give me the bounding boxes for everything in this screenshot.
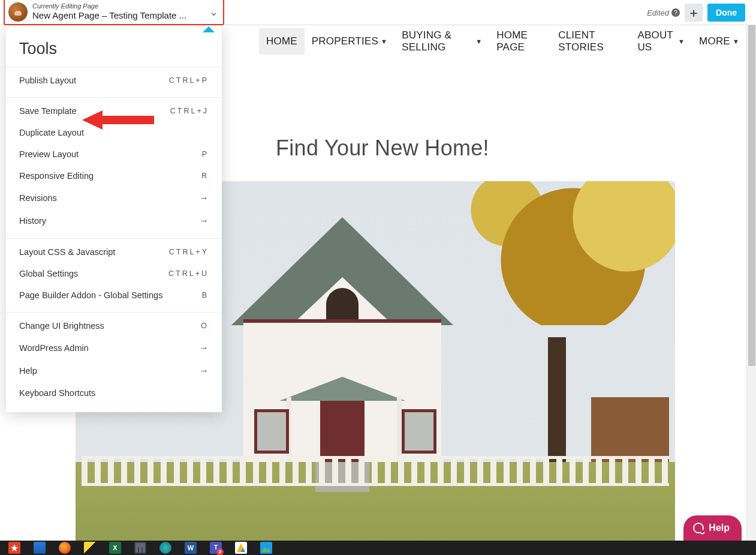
- tool-preview-layout[interactable]: Preview Layout P: [6, 143, 222, 165]
- excel-icon[interactable]: X: [109, 542, 121, 554]
- nav-label: MORE: [699, 35, 730, 47]
- help-label: Help: [709, 523, 730, 533]
- tool-save-template[interactable]: Save Template CTRL+J: [6, 100, 222, 122]
- tool-label: Layout CSS & Javascript: [19, 247, 115, 257]
- help-icon: ?: [671, 8, 680, 17]
- nav-label: ABOUT US: [637, 29, 676, 53]
- tool-label: WordPress Admin: [19, 343, 89, 353]
- nav-about-us[interactable]: ABOUT US▼: [630, 22, 692, 61]
- tool-shortcut: B: [202, 291, 209, 299]
- tool-shortcut: CTRL+U: [168, 269, 209, 278]
- edited-indicator[interactable]: Edited ?: [647, 8, 680, 17]
- tool-shortcut: O: [201, 322, 209, 330]
- arrow-right-icon: →: [199, 193, 209, 203]
- edited-label: Edited: [647, 8, 669, 17]
- tool-label: History: [19, 216, 46, 226]
- nav-label: HOME PAGE: [496, 29, 544, 53]
- plus-icon: ＋: [688, 5, 700, 21]
- done-label: Done: [716, 8, 737, 17]
- firefox-icon[interactable]: [59, 542, 71, 554]
- help-widget[interactable]: Help: [683, 515, 742, 541]
- tool-shortcut: CTRL+P: [169, 76, 209, 85]
- done-button[interactable]: Done: [707, 4, 745, 22]
- tool-label: Change UI Brightness: [19, 321, 104, 331]
- tool-revisions[interactable]: Revisions →: [6, 187, 222, 209]
- arrow-right-icon: →: [199, 343, 209, 353]
- page-switcher[interactable]: Currently Editing Page New Agent Page – …: [4, 0, 224, 25]
- builder-topbar: Currently Editing Page New Agent Page – …: [0, 0, 756, 25]
- tool-keyboard-shortcuts[interactable]: Keyboard Shortcuts: [6, 382, 222, 404]
- taskbar-app-icon[interactable]: [8, 542, 20, 554]
- chevron-down-icon: ▼: [678, 38, 685, 45]
- arrow-right-icon: →: [199, 365, 209, 376]
- notification-badge: 2: [216, 548, 224, 555]
- tool-help[interactable]: Help →: [6, 359, 222, 382]
- tool-history[interactable]: History →: [6, 209, 222, 232]
- tool-shortcut: CTRL+J: [170, 107, 209, 115]
- main-nav: HOME PROPERTIES▼ BUYING & SELLING▼ HOME …: [259, 26, 746, 56]
- tool-duplicate-layout[interactable]: Duplicate Layout: [6, 122, 222, 143]
- tools-panel: Tools Publish Layout CTRL+P Save Templat…: [6, 26, 222, 412]
- tool-responsive-editing[interactable]: Responsive Editing R: [6, 165, 222, 187]
- editing-label: Currently Editing Page: [32, 2, 209, 10]
- tool-label: Preview Layout: [19, 149, 79, 159]
- tool-publish-layout[interactable]: Publish Layout CTRL+P: [6, 70, 222, 91]
- nav-home[interactable]: HOME: [259, 28, 305, 55]
- chevron-down-icon: ▼: [733, 38, 739, 45]
- beaver-builder-icon: [8, 2, 28, 22]
- photos-icon[interactable]: [260, 542, 272, 554]
- scrollbar-thumb[interactable]: [748, 0, 755, 366]
- sticky-notes-icon[interactable]: [84, 542, 96, 554]
- chevron-down-icon: ▼: [475, 38, 482, 45]
- nav-label: CLIENT STORIES: [558, 29, 623, 53]
- tool-change-brightness[interactable]: Change UI Brightness O: [6, 315, 222, 337]
- nav-label: HOME: [266, 35, 297, 47]
- chevron-down-icon: ▼: [381, 38, 387, 45]
- nav-client-stories[interactable]: CLIENT STORIES: [551, 22, 630, 61]
- vertical-scrollbar[interactable]: [746, 0, 756, 555]
- page-title: New Agent Page – Testing Template ...: [32, 10, 206, 21]
- hero-title: Find Your New Home!: [276, 136, 489, 161]
- tools-group: Publish Layout CTRL+P: [6, 67, 222, 91]
- tool-label: Keyboard Shortcuts: [19, 388, 95, 398]
- tool-shortcut: P: [202, 150, 209, 158]
- nav-buying-selling[interactable]: BUYING & SELLING▼: [394, 22, 489, 61]
- word-icon[interactable]: W: [185, 542, 197, 554]
- edge-icon[interactable]: [159, 542, 171, 554]
- os-taskbar: X W T2: [0, 541, 756, 555]
- nav-label: PROPERTIES: [312, 35, 378, 47]
- nav-more[interactable]: MORE▼: [692, 28, 746, 55]
- tool-label: Help: [19, 366, 37, 376]
- tool-layout-css-js[interactable]: Layout CSS & Javascript CTRL+Y: [6, 241, 222, 263]
- tool-addon-global-settings[interactable]: Page Builder Addon - Global Settings B: [6, 284, 222, 306]
- tool-label: Revisions: [19, 193, 57, 203]
- tools-group: Change UI Brightness O WordPress Admin →…: [6, 312, 222, 404]
- teams-icon[interactable]: T2: [210, 542, 222, 554]
- tools-heading: Tools: [6, 29, 222, 61]
- tool-shortcut: CTRL+Y: [169, 248, 209, 256]
- tool-label: Page Builder Addon - Global Settings: [19, 290, 162, 300]
- tool-label: Save Template: [19, 106, 77, 116]
- tool-wordpress-admin[interactable]: WordPress Admin →: [6, 337, 222, 359]
- tool-label: Global Settings: [19, 269, 78, 278]
- nav-label: BUYING & SELLING: [402, 29, 473, 53]
- tools-group: Save Template CTRL+J Duplicate Layout Pr…: [6, 97, 222, 232]
- tool-label: Responsive Editing: [19, 171, 94, 181]
- add-content-button[interactable]: ＋: [685, 4, 703, 22]
- nav-home-page[interactable]: HOME PAGE: [489, 22, 551, 61]
- chat-icon: [693, 523, 704, 533]
- tools-group: Layout CSS & Javascript CTRL+Y Global Se…: [6, 238, 222, 306]
- arrow-right-icon: →: [199, 215, 209, 226]
- calculator-icon[interactable]: [134, 542, 146, 554]
- tool-label: Publish Layout: [19, 76, 76, 85]
- chevron-down-icon: ⌄: [209, 5, 218, 19]
- drive-icon[interactable]: [235, 542, 247, 554]
- tool-label: Duplicate Layout: [19, 128, 84, 137]
- taskbar-app-icon[interactable]: [34, 542, 46, 554]
- nav-properties[interactable]: PROPERTIES▼: [305, 28, 394, 55]
- tool-global-settings[interactable]: Global Settings CTRL+U: [6, 263, 222, 284]
- tool-shortcut: R: [201, 172, 209, 180]
